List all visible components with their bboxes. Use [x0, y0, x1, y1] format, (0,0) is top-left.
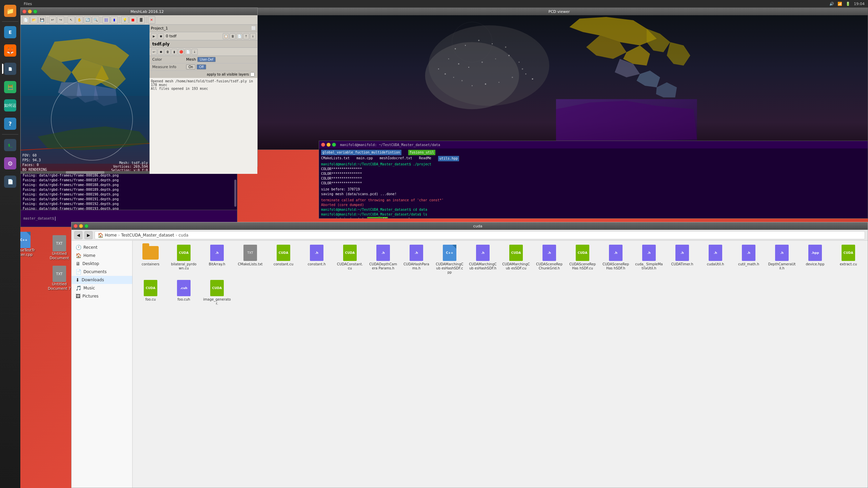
- file-cudadepth[interactable]: .h CUDADepthCamera Params.h: [368, 243, 398, 276]
- taskbar-elastic[interactable]: E: [2, 24, 18, 40]
- file-cudascene-h[interactable]: .h CUDASceneRepHas hSDF.h: [600, 243, 631, 276]
- tb-move-btn[interactable]: ✋: [76, 16, 83, 24]
- sidebar-item-downloads[interactable]: ⬇ Downloads: [72, 276, 132, 284]
- file-cuda-simple[interactable]: .h cuda_ SimpleMatrixUtil.h: [634, 243, 664, 276]
- sidebar-item-pictures[interactable]: 🖼 Pictures: [72, 292, 132, 300]
- file-cudautil[interactable]: .h cudaUtil.h: [700, 243, 731, 276]
- pcd-titlebar[interactable]: PCD viewer: [234, 8, 868, 15]
- tb-zoom-btn[interactable]: 🔍: [92, 16, 99, 24]
- tb-shading-btn[interactable]: ▓: [137, 16, 145, 24]
- fm-back-btn[interactable]: ◀: [74, 231, 82, 239]
- breadcrumb-cuda[interactable]: cuda: [178, 233, 188, 238]
- taskbar-terminal[interactable]: $_: [2, 137, 18, 153]
- tb-light-btn[interactable]: 💡: [121, 16, 129, 24]
- layer-tb4[interactable]: ↑: [243, 33, 249, 39]
- layer-tb2[interactable]: 🗑: [230, 33, 236, 39]
- taskbar-help[interactable]: ?: [2, 116, 18, 132]
- taskbar-settings[interactable]: ⚙: [2, 155, 18, 171]
- tb-open-btn[interactable]: 📂: [30, 16, 38, 24]
- meshlab-max-btn[interactable]: [33, 9, 37, 14]
- layer-play-btn[interactable]: ▶: [151, 33, 157, 39]
- term-right-close[interactable]: [321, 143, 325, 147]
- tb-new-btn[interactable]: 📄: [22, 16, 29, 24]
- userdef-btn[interactable]: User-Def: [197, 57, 216, 62]
- taskbar-calc[interactable]: 🧮: [2, 79, 18, 95]
- file-depthcam[interactable]: .h DepthCameraUtil.h: [767, 243, 797, 276]
- measure-off-btn[interactable]: Off: [197, 64, 206, 69]
- taskbar-untitled2[interactable]: 📄: [2, 174, 18, 190]
- fm-titlebar[interactable]: cuda: [72, 222, 868, 230]
- file-cudascene-chunk[interactable]: .h CUDASceneRepChunkGrid.h: [534, 243, 565, 276]
- layer-tb3[interactable]: 📄: [236, 33, 242, 39]
- taskbar-untitled1[interactable]: 📄: [2, 61, 18, 77]
- desktop-untitled1-icon[interactable]: TXT Untitled Document: [46, 234, 73, 262]
- meshlab-close-btn[interactable]: [22, 9, 26, 14]
- taskbar-files[interactable]: 📁: [2, 3, 18, 19]
- breadcrumb-home[interactable]: Home: [105, 233, 117, 238]
- fm-forward-btn[interactable]: ▶: [84, 231, 93, 239]
- layer-tb5[interactable]: ↓: [250, 33, 256, 39]
- file-constant-h[interactable]: .h constant.h: [301, 243, 332, 276]
- meshlab-min-btn[interactable]: [28, 9, 32, 14]
- sidebar-item-music[interactable]: 🎵 Music: [72, 284, 132, 292]
- sidebar-item-desktop[interactable]: 🖥 Desktop: [72, 260, 132, 268]
- term-right-min[interactable]: [327, 143, 331, 147]
- file-foo-cu[interactable]: CUDA foo.cu: [135, 279, 166, 307]
- breadcrumb-dataset[interactable]: TestCUDA_Master_dataset: [121, 233, 174, 238]
- file-cmake[interactable]: TXT CMakeLists.txt: [235, 243, 265, 276]
- file-tb5[interactable]: 🔴: [178, 49, 184, 55]
- fm-close-btn[interactable]: [74, 224, 78, 228]
- tb-rotate-btn[interactable]: 🔄: [84, 16, 91, 24]
- file-cudahash[interactable]: .h CUDAHashParams.h: [401, 243, 432, 276]
- pcd-viewport[interactable]: manifold@manifold: [234, 15, 868, 149]
- term-scroll[interactable]: [234, 180, 236, 207]
- tb-undo-btn[interactable]: ↩: [49, 16, 56, 24]
- desktop-untitled2-icon[interactable]: TXT Untitled Document 7: [46, 264, 73, 292]
- apply-all-checkbox[interactable]: [250, 72, 255, 77]
- taskbar-howto[interactable]: 如何运: [2, 97, 18, 114]
- file-cutil-math[interactable]: .h cutil_math.h: [733, 243, 764, 276]
- file-cudascene-cu[interactable]: CUDA CUDASceneRepHas hSDF.cu: [567, 243, 598, 276]
- file-cudatimer[interactable]: .h CUDATimer.h: [667, 243, 697, 276]
- file-cudamarch-cpp[interactable]: C++ CUDAMarchingCub esHashSDF.cpp: [434, 243, 465, 276]
- tb-redo-btn[interactable]: ↪: [57, 16, 64, 24]
- file-constant-cu[interactable]: CUDA constant.cu: [268, 243, 299, 276]
- meshlab-titlebar[interactable]: MeshLab 2016.12: [21, 8, 257, 15]
- taskbar-browser[interactable]: 🦊: [2, 42, 18, 59]
- tb-solid-btn[interactable]: ▮: [111, 16, 118, 24]
- tb-save-btn[interactable]: 💾: [38, 16, 46, 24]
- fm-max-btn[interactable]: [84, 224, 88, 228]
- file-tb7[interactable]: ↓: [192, 49, 198, 55]
- sidebar-item-recent[interactable]: 🕐 Recent: [72, 243, 132, 251]
- layer-stop-btn[interactable]: ⏹: [158, 33, 164, 39]
- sidebar-item-home[interactable]: 🏠 Home: [72, 251, 132, 260]
- fm-min-btn[interactable]: [79, 224, 83, 228]
- file-cudaconstant[interactable]: CUDA CUDAConstant.cu: [335, 243, 365, 276]
- measure-on-btn[interactable]: On: [186, 64, 195, 69]
- file-containers[interactable]: containers: [135, 243, 166, 276]
- file-device[interactable]: .hpp device.hpp: [800, 243, 830, 276]
- file-tb4[interactable]: ▮: [171, 49, 177, 55]
- sidebar-item-documents[interactable]: 📄 Documents: [72, 268, 132, 276]
- terminal-right[interactable]: manifold@manifold: ~/TestCUDA_Master_dat…: [319, 141, 868, 219]
- file-bilateral[interactable]: CUDA bilateral_pyrdown.cu: [169, 243, 199, 276]
- meshlab-viewport[interactable]: FOV: 60 FPS: 94.3 Faces: 0 BO_RENDERING …: [21, 25, 150, 174]
- file-image-gen[interactable]: CUDA image_generator.: [202, 279, 232, 307]
- file-foo-cuh[interactable]: .cuh foo.cuh: [169, 279, 199, 307]
- file-bitarray[interactable]: .h BitArray.h: [202, 243, 232, 276]
- file-tb3[interactable]: 🗑: [164, 49, 171, 55]
- file-cudamarch-h[interactable]: .h CUDAMarchingCub esHashSDF.h: [468, 243, 498, 276]
- file-extract[interactable]: CUDA extract.cu: [833, 243, 864, 276]
- file-cudamarch-cu[interactable]: CUDA CUDAMarchingCub esSDF.cu: [501, 243, 531, 276]
- panel-maximize-btn[interactable]: ⬜: [251, 26, 256, 30]
- file-tb6[interactable]: 📄: [185, 49, 191, 55]
- fm-breadcrumb[interactable]: 🏠 Home › TestCUDA_Master_dataset › cuda: [95, 231, 865, 239]
- file-tb1[interactable]: ↩: [151, 49, 157, 55]
- tb-wireframe-btn[interactable]: |||: [102, 16, 110, 24]
- tb-color-btn[interactable]: ■: [129, 16, 137, 24]
- tb-close-btn[interactable]: ✕: [148, 16, 155, 24]
- tb-select-btn[interactable]: ↖: [67, 16, 75, 24]
- term-right-max[interactable]: [332, 143, 336, 147]
- terminal-right-titlebar[interactable]: manifold@manifold: ~/TestCUDA_Master_dat…: [319, 141, 868, 148]
- file-tb2[interactable]: ⏹: [158, 49, 164, 55]
